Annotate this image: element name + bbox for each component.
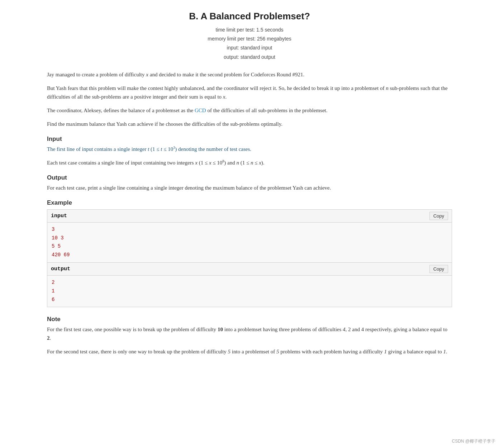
input-heading: Input xyxy=(47,135,452,143)
output-type: output: standard output xyxy=(47,53,452,62)
time-limit: time limit per test: 1.5 seconds xyxy=(47,25,452,34)
example-heading: Example xyxy=(47,199,452,206)
copy-output-button[interactable]: Copy xyxy=(429,265,448,273)
note-section: Note For the first test case, one possib… xyxy=(47,316,452,356)
problem-title: B. A Balanced Problemset? xyxy=(47,11,452,22)
output-line-2: 1 xyxy=(52,287,447,296)
output-content: 2 1 6 xyxy=(47,276,452,307)
output-label: output xyxy=(51,266,70,272)
note-heading: Note xyxy=(47,316,452,323)
input-line-3: 5 5 xyxy=(52,242,447,251)
note-para1: For the first test case, one possible wa… xyxy=(47,325,452,342)
input-line-2: 10 3 xyxy=(52,234,447,243)
output-desc: For each test case, print a single line … xyxy=(47,184,452,192)
input-label: input xyxy=(51,213,67,219)
para3: The coordinator, Aleksey, defines the ba… xyxy=(47,106,452,115)
input-desc-line1: The first line of input contains a singl… xyxy=(47,145,452,153)
note-para2: For the second test case, there is only … xyxy=(47,347,452,356)
input-content: 3 10 3 5 5 420 69 xyxy=(47,223,452,262)
output-heading: Output xyxy=(47,174,452,181)
para2: But Yash fears that this problem will ma… xyxy=(47,84,452,101)
copy-input-button[interactable]: Copy xyxy=(429,212,448,220)
input-line-1: 3 xyxy=(52,225,447,234)
output-line-1: 2 xyxy=(52,278,447,287)
input-row-header: input Copy xyxy=(47,210,452,223)
example-section: Example input Copy 3 10 3 5 5 420 69 out… xyxy=(47,199,452,308)
para4: Find the maximum balance that Yash can a… xyxy=(47,120,452,128)
output-line-3: 6 xyxy=(52,296,447,304)
input-line-4: 420 69 xyxy=(52,251,447,259)
para1: Jay managed to create a problem of diffi… xyxy=(47,70,452,79)
output-row-header: output Copy xyxy=(47,262,452,276)
gcd-link[interactable]: GCD xyxy=(195,108,206,113)
input-type: input: standard input xyxy=(47,43,452,52)
input-desc-line2: Each test case contains a single line of… xyxy=(47,158,452,167)
example-table: input Copy 3 10 3 5 5 420 69 output Copy… xyxy=(47,209,452,308)
memory-limit: memory limit per test: 256 megabytes xyxy=(47,34,452,43)
problem-header: B. A Balanced Problemset? time limit per… xyxy=(47,11,452,62)
watermark: CSDN @椰子橙子李子 xyxy=(452,438,495,444)
